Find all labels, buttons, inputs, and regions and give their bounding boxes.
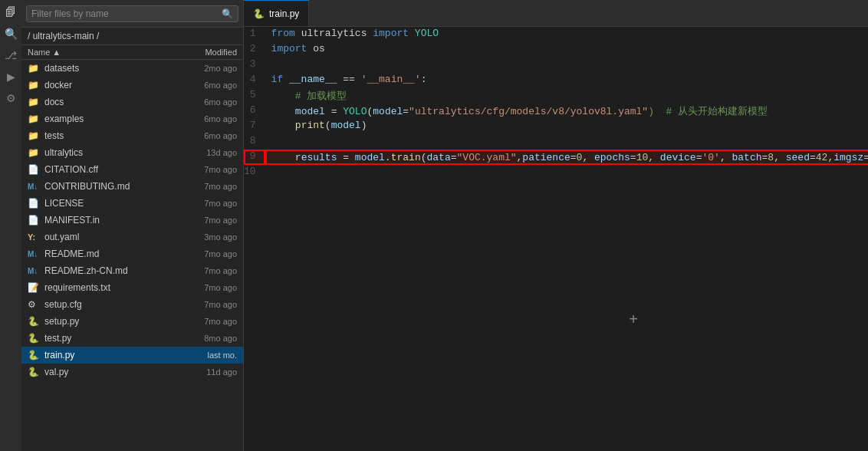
file-item[interactable]: 📁docs6mo ago bbox=[21, 94, 243, 110]
file-icon: 📁 bbox=[28, 80, 41, 91]
file-icon: 📁 bbox=[28, 130, 41, 141]
file-item[interactable]: 📁ultralytics13d ago bbox=[21, 144, 243, 161]
code-line: model = YOLO(model="ultralytics/cfg/mode… bbox=[265, 104, 868, 119]
line-number: 3 bbox=[244, 58, 265, 73]
file-item[interactable]: 📄LICENSE7mo ago bbox=[21, 195, 243, 212]
file-name: LICENSE bbox=[44, 198, 176, 209]
code-row: 2import os bbox=[244, 42, 868, 58]
file-modified: 7mo ago bbox=[176, 165, 237, 174]
file-modified: 7mo ago bbox=[176, 199, 237, 208]
code-line bbox=[265, 165, 868, 180]
code-row: 5 # 加载模型 bbox=[244, 88, 868, 104]
file-item[interactable]: M↓README.md7mo ago bbox=[21, 245, 243, 262]
file-name: examples bbox=[44, 114, 176, 124]
file-item[interactable]: 📁docker6mo ago bbox=[21, 77, 243, 94]
file-item[interactable]: 📄CITATION.cff7mo ago bbox=[21, 161, 243, 178]
file-item[interactable]: 🐍val.py11d ago bbox=[21, 364, 243, 380]
line-number: 7 bbox=[244, 119, 265, 134]
file-icon: M↓ bbox=[28, 250, 41, 258]
file-item[interactable]: 📁examples6mo ago bbox=[21, 110, 243, 127]
extensions-activity-icon[interactable]: ⚙ bbox=[2, 89, 20, 107]
code-line bbox=[265, 134, 868, 150]
editor-panel: 🐍 train.py 1from ultralytics import YOLO… bbox=[244, 0, 868, 451]
line-number: 6 bbox=[244, 104, 265, 119]
code-line: print(model) bbox=[265, 119, 868, 134]
line-number: 2 bbox=[244, 42, 265, 58]
file-item[interactable]: 🐍train.pylast mo. bbox=[21, 347, 243, 364]
file-item[interactable]: 📁tests6mo ago bbox=[21, 127, 243, 144]
file-icon: 📁 bbox=[28, 114, 41, 124]
file-modified: 13d ago bbox=[176, 148, 237, 157]
code-line: import os bbox=[265, 42, 868, 58]
file-name: requirements.txt bbox=[44, 282, 176, 293]
file-name: CITATION.cff bbox=[44, 164, 176, 175]
file-name: setup.cfg bbox=[44, 299, 176, 310]
file-modified: last mo. bbox=[176, 351, 237, 360]
file-list: 📁datasets2mo ago📁docker6mo ago📁docs6mo a… bbox=[21, 60, 243, 451]
cursor-plus-icon: + bbox=[629, 311, 638, 328]
col-name-header[interactable]: Name ▲ bbox=[28, 48, 176, 57]
file-modified: 6mo ago bbox=[176, 131, 237, 140]
code-area[interactable]: 1from ultralytics import YOLO2import os3… bbox=[244, 27, 868, 451]
file-icon: 🐍 bbox=[28, 333, 41, 344]
file-item[interactable]: 🐍test.py8mo ago bbox=[21, 330, 243, 347]
sidebar: 🔍 / ultralytics-main / Name ▲ Modified 📁… bbox=[21, 0, 244, 451]
line-number: 9 bbox=[244, 150, 265, 165]
file-name: setup.py bbox=[44, 316, 176, 327]
file-item[interactable]: 📄MANIFEST.in7mo ago bbox=[21, 212, 243, 229]
tab-train-py[interactable]: 🐍 train.py bbox=[244, 0, 309, 26]
search-icon: 🔍 bbox=[222, 8, 233, 19]
file-name: test.py bbox=[44, 333, 176, 344]
tab-bar: 🐍 train.py bbox=[244, 0, 868, 27]
file-name: tests bbox=[44, 130, 176, 141]
file-name: train.py bbox=[44, 350, 176, 360]
line-number: 5 bbox=[244, 88, 265, 104]
file-item[interactable]: 📝requirements.txt7mo ago bbox=[21, 279, 243, 296]
line-number: 10 bbox=[244, 165, 265, 180]
tab-icon: 🐍 bbox=[253, 8, 265, 19]
file-item[interactable]: Y:out.yaml3mo ago bbox=[21, 229, 243, 245]
file-icon: 📄 bbox=[28, 198, 41, 209]
filter-input[interactable] bbox=[31, 8, 219, 19]
filter-search-box[interactable]: 🔍 bbox=[26, 5, 238, 22]
file-name: CONTRIBUTING.md bbox=[44, 181, 176, 192]
file-modified: 7mo ago bbox=[176, 317, 237, 326]
file-name: README.zh-CN.md bbox=[44, 265, 176, 276]
file-icon: M↓ bbox=[28, 267, 41, 275]
file-icon: 📄 bbox=[28, 215, 41, 226]
file-icon: 🐍 bbox=[28, 350, 41, 360]
code-line: results = model.train(data="VOC.yaml",pa… bbox=[265, 150, 868, 165]
file-modified: 6mo ago bbox=[176, 114, 237, 123]
file-item[interactable]: M↓CONTRIBUTING.md7mo ago bbox=[21, 178, 243, 195]
file-list-header: Name ▲ Modified bbox=[21, 45, 243, 60]
code-row: 10 bbox=[244, 165, 868, 180]
git-activity-icon[interactable]: ⎇ bbox=[2, 46, 20, 64]
file-modified: 7mo ago bbox=[176, 216, 237, 225]
file-modified: 2mo ago bbox=[176, 64, 237, 73]
line-number: 4 bbox=[244, 73, 265, 88]
file-modified: 6mo ago bbox=[176, 81, 237, 90]
file-name: MANIFEST.in bbox=[44, 215, 176, 226]
code-line: if __name__ == '__main__': bbox=[265, 73, 868, 88]
file-modified: 7mo ago bbox=[176, 249, 237, 258]
file-item[interactable]: 📁datasets2mo ago bbox=[21, 60, 243, 77]
code-line: from ultralytics import YOLO bbox=[265, 27, 868, 42]
debug-activity-icon[interactable]: ▶ bbox=[2, 67, 20, 86]
activity-bar: 🗐 🔍 ⎇ ▶ ⚙ bbox=[0, 0, 21, 451]
code-row: 3 bbox=[244, 58, 868, 73]
file-name: docs bbox=[44, 97, 176, 107]
code-row: 1from ultralytics import YOLO bbox=[244, 27, 868, 42]
file-modified: 7mo ago bbox=[176, 283, 237, 292]
code-line bbox=[265, 58, 868, 73]
file-modified: 7mo ago bbox=[176, 300, 237, 309]
file-icon: 📄 bbox=[28, 164, 41, 175]
file-item[interactable]: 🐍setup.py7mo ago bbox=[21, 313, 243, 330]
search-activity-icon[interactable]: 🔍 bbox=[2, 25, 20, 43]
breadcrumb: / ultralytics-main / bbox=[21, 28, 243, 45]
file-icon: Y: bbox=[28, 232, 41, 242]
file-icon: 📝 bbox=[28, 282, 41, 293]
files-activity-icon[interactable]: 🗐 bbox=[2, 3, 20, 21]
sidebar-toolbar: 🔍 bbox=[21, 0, 243, 28]
file-item[interactable]: M↓README.zh-CN.md7mo ago bbox=[21, 262, 243, 279]
file-item[interactable]: ⚙setup.cfg7mo ago bbox=[21, 296, 243, 313]
